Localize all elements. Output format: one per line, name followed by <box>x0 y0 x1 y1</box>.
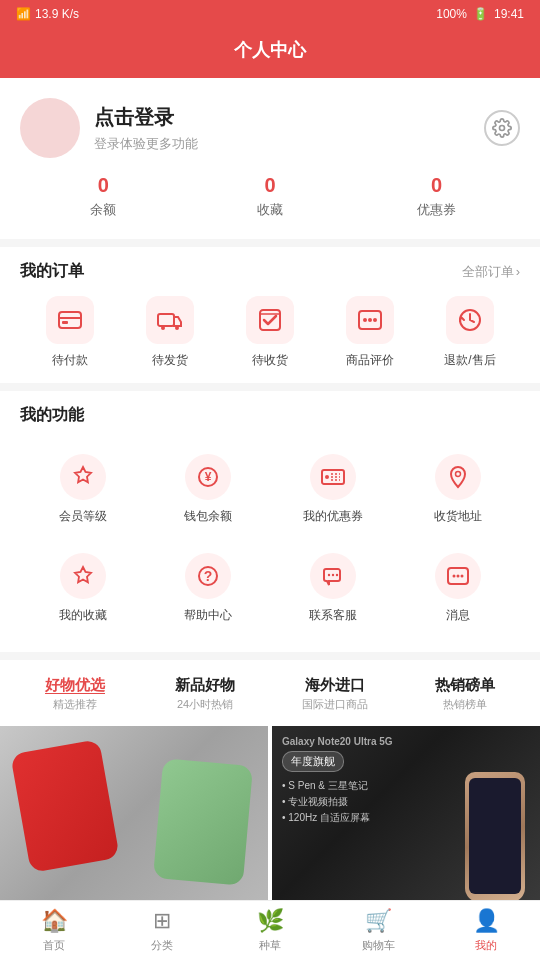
feature-messages[interactable]: 消息 <box>395 539 520 638</box>
phone-display <box>0 726 268 902</box>
view-all-orders[interactable]: 全部订单 › <box>462 263 520 281</box>
stat-coupons[interactable]: 0 优惠券 <box>353 174 520 219</box>
svg-point-11 <box>363 318 367 322</box>
nav-grass[interactable]: 🌿 种草 <box>216 901 324 960</box>
category-icon: ⊞ <box>153 908 171 934</box>
order-pending-receipt-icon-wrap <box>246 296 294 344</box>
profile-card: 点击登录 登录体验更多功能 0 余额 0 收藏 0 <box>0 78 540 239</box>
cat-tab-new-sub: 24小时热销 <box>140 697 270 712</box>
divider-3 <box>0 652 540 660</box>
order-pending-payment-icon-wrap <box>46 296 94 344</box>
svg-point-29 <box>456 575 459 578</box>
feature-coupons[interactable]: 我的优惠券 <box>270 440 395 539</box>
nav-home[interactable]: 🏠 首页 <box>0 901 108 960</box>
mine-icon: 👤 <box>473 908 500 934</box>
feature-member-level[interactable]: 会员等级 <box>20 440 145 539</box>
svg-point-28 <box>452 575 455 578</box>
order-pending-receipt[interactable]: 待收货 <box>220 296 320 369</box>
status-right: 100% 🔋 19:41 <box>436 7 524 21</box>
stat-favorites-label: 收藏 <box>187 201 354 219</box>
phone-red <box>10 739 119 873</box>
feature-wallet[interactable]: ¥ 钱包余额 <box>145 440 270 539</box>
divider-2 <box>0 383 540 391</box>
product-image-samsung[interactable]: Galaxy Note20 Ultra 5G 年度旗舰 • S Pen & 三星… <box>272 726 540 902</box>
nav-category[interactable]: ⊞ 分类 <box>108 901 216 960</box>
product-image-phones[interactable] <box>0 726 268 902</box>
svg-point-12 <box>368 318 372 322</box>
messages-label: 消息 <box>446 607 470 624</box>
svg-rect-5 <box>62 321 68 324</box>
svg-point-7 <box>161 326 165 330</box>
messages-icon-wrap <box>435 553 481 599</box>
nav-cart[interactable]: 🛒 购物车 <box>324 901 432 960</box>
cat-tab-selected[interactable]: 好物优选 精选推荐 <box>10 672 140 716</box>
feature-service[interactable]: 联系客服 <box>270 539 395 638</box>
cat-tab-selected-title: 好物优选 <box>10 676 140 695</box>
profile-top: 点击登录 登录体验更多功能 <box>20 98 520 158</box>
coupons-icon-wrap <box>310 454 356 500</box>
help-label: 帮助中心 <box>184 607 232 624</box>
status-bar: 📶 13.9 K/s 100% 🔋 19:41 <box>0 0 540 28</box>
feature-address[interactable]: 收货地址 <box>395 440 520 539</box>
service-icon-wrap <box>310 553 356 599</box>
cart-icon: 🛒 <box>365 908 392 934</box>
nav-cart-label: 购物车 <box>362 938 395 953</box>
order-pending-delivery[interactable]: 待发货 <box>120 296 220 369</box>
cat-tab-new[interactable]: 新品好物 24小时热销 <box>140 672 270 716</box>
order-product-review-icon-wrap <box>346 296 394 344</box>
samsung-feature-2: • 专业视频拍摄 <box>282 794 393 810</box>
favorites-icon-wrap <box>60 553 106 599</box>
category-tabs: 好物优选 精选推荐 新品好物 24小时热销 海外进口 国际进口商品 热销磅单 热… <box>0 660 540 722</box>
bottom-nav: 🏠 首页 ⊞ 分类 🌿 种草 🛒 购物车 👤 我的 <box>0 900 540 960</box>
settings-button[interactable] <box>484 110 520 146</box>
order-pending-receipt-label: 待收货 <box>252 352 288 369</box>
address-icon-wrap <box>435 454 481 500</box>
feature-favorites[interactable]: 我的收藏 <box>20 539 145 638</box>
order-pending-payment-label: 待付款 <box>52 352 88 369</box>
grass-icon: 🌿 <box>257 908 284 934</box>
page-header: 个人中心 <box>0 28 540 78</box>
cat-tab-bestseller[interactable]: 热销磅单 热销榜单 <box>400 672 530 716</box>
coupons-label: 我的优惠券 <box>303 508 363 525</box>
svg-rect-6 <box>158 314 174 326</box>
orders-title: 我的订单 <box>20 261 84 282</box>
feature-help[interactable]: ? 帮助中心 <box>145 539 270 638</box>
nav-mine[interactable]: 👤 我的 <box>432 901 540 960</box>
nav-home-label: 首页 <box>43 938 65 953</box>
wallet-label: 钱包余额 <box>184 508 232 525</box>
svg-point-25 <box>331 574 333 576</box>
order-refund[interactable]: 退款/售后 <box>420 296 520 369</box>
feature-grid: 会员等级 ¥ 钱包余额 <box>20 440 520 638</box>
order-pending-delivery-icon-wrap <box>146 296 194 344</box>
cat-tab-new-title: 新品好物 <box>140 676 270 695</box>
status-left: 📶 13.9 K/s <box>16 7 79 21</box>
chevron-right-icon: › <box>516 264 520 279</box>
order-refund-icon-wrap <box>446 296 494 344</box>
wallet-icon-wrap: ¥ <box>185 454 231 500</box>
phone-green <box>153 758 253 885</box>
stat-coupons-value: 0 <box>353 174 520 197</box>
samsung-feature-3: • 120Hz 自适应屏幕 <box>282 810 393 826</box>
nav-mine-label: 我的 <box>475 938 497 953</box>
favorites-label: 我的收藏 <box>59 607 107 624</box>
cat-tab-bestseller-sub: 热销榜单 <box>400 697 530 712</box>
profile-name: 点击登录 <box>94 104 198 131</box>
svg-point-17 <box>325 475 329 479</box>
avatar[interactable] <box>20 98 80 158</box>
stat-balance[interactable]: 0 余额 <box>20 174 187 219</box>
svg-rect-3 <box>59 312 81 328</box>
svg-text:¥: ¥ <box>204 470 211 484</box>
cat-tab-imported[interactable]: 海外进口 国际进口商品 <box>270 672 400 716</box>
order-refund-label: 退款/售后 <box>444 352 495 369</box>
samsung-feature-1: • S Pen & 三星笔记 <box>282 778 393 794</box>
profile-left[interactable]: 点击登录 登录体验更多功能 <box>20 98 198 158</box>
service-label: 联系客服 <box>309 607 357 624</box>
order-product-review[interactable]: 商品评价 <box>320 296 420 369</box>
samsung-phone-visual <box>450 742 540 902</box>
order-pending-payment[interactable]: 待付款 <box>20 296 120 369</box>
battery-text: 100% <box>436 7 467 21</box>
svg-point-2 <box>500 126 505 131</box>
stat-favorites[interactable]: 0 收藏 <box>187 174 354 219</box>
svg-point-26 <box>335 574 337 576</box>
samsung-model: Galaxy Note20 Ultra 5G <box>282 736 393 747</box>
